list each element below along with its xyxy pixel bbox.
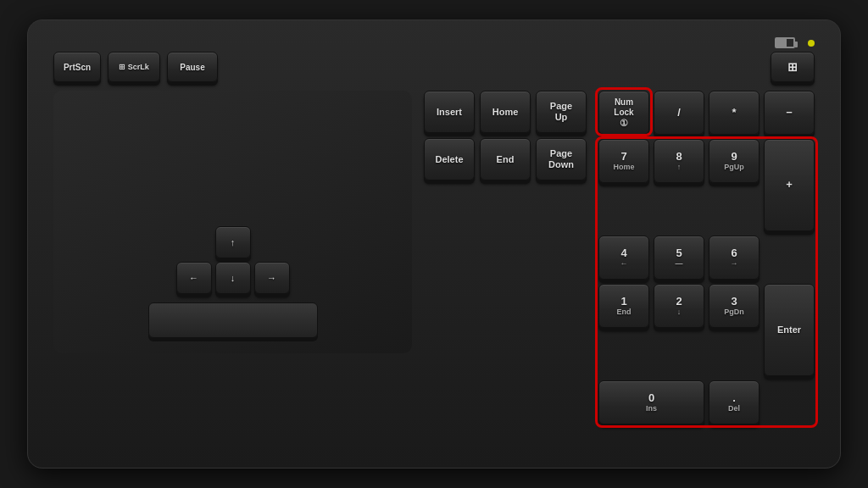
scrlk-key[interactable]: ⊞ ScrLk — [108, 52, 160, 82]
numpad-enter-key[interactable]: Enter — [764, 284, 815, 376]
numpad-3-key[interactable]: 3 PgDn — [709, 284, 760, 328]
end-key[interactable]: End — [480, 138, 531, 180]
alpha-block: ↑ ← ↓ → — [53, 91, 412, 353]
calc-key[interactable]: ⊞ — [771, 52, 815, 82]
numpad-dot-key[interactable]: . Del — [709, 380, 760, 424]
numpad-7-key[interactable]: 7 Home — [598, 139, 649, 183]
home-key[interactable]: Home — [480, 91, 531, 133]
numpad-5-key[interactable]: 5 — — [654, 236, 704, 280]
battery-fill — [776, 39, 787, 47]
pageup-key[interactable]: PageUp — [536, 91, 587, 133]
numpad-minus-key[interactable]: − — [764, 91, 815, 135]
delete-key[interactable]: Delete — [424, 138, 475, 180]
numpad-asterisk-key[interactable]: * — [709, 91, 760, 135]
nav-row-2: Delete End PageDown — [424, 138, 587, 180]
numpad-row-1: 7 Home 8 ↑ 9 PgUp + — [598, 139, 815, 231]
pause-key[interactable]: Pause — [167, 52, 218, 82]
numpad-6-key[interactable]: 6 → — [709, 236, 760, 280]
battery-body — [775, 37, 795, 48]
arrow-up-key[interactable]: ↑ — [215, 226, 251, 258]
pagedown-key[interactable]: PageDown — [536, 138, 587, 180]
full-layout: ↑ ← ↓ → Insert — [53, 91, 815, 424]
numpad-section: NumLock ① / * − 7 Home — [598, 91, 815, 424]
arrow-right-key[interactable]: → — [254, 262, 290, 294]
prtscn-key[interactable]: PrtScn — [53, 52, 101, 82]
nav-row-1: Insert Home PageUp — [424, 91, 587, 133]
numlock-key[interactable]: NumLock ① — [598, 91, 649, 135]
top-indicators — [53, 37, 815, 48]
keyboard-container: PrtScn ⊞ ScrLk Pause ⊞ ↑ — [27, 19, 841, 469]
numpad-slash-key[interactable]: / — [654, 91, 704, 135]
numpad-0-key[interactable]: 0 Ins — [598, 380, 704, 424]
numpad-plus-key[interactable]: + — [764, 139, 815, 231]
numpad-row-4: 0 Ins . Del — [598, 380, 815, 424]
numpad-row-0: NumLock ① / * − — [598, 91, 815, 135]
numpad-4-key[interactable]: 4 ← — [598, 236, 649, 280]
spacebar[interactable] — [148, 302, 318, 338]
arrow-down-key[interactable]: ↓ — [215, 262, 251, 294]
numpad-row-2: 4 ← 5 — 6 → — [598, 236, 815, 280]
top-fn-row: PrtScn ⊞ ScrLk Pause ⊞ — [53, 52, 815, 82]
numpad-9-key[interactable]: 9 PgUp — [709, 139, 760, 183]
arrow-left-key[interactable]: ← — [176, 262, 212, 294]
insert-key[interactable]: Insert — [424, 91, 475, 133]
battery-icon — [775, 37, 795, 48]
numpad-2-key[interactable]: 2 ↓ — [654, 284, 704, 328]
led-dot — [808, 40, 815, 47]
numpad-8-key[interactable]: 8 ↑ — [654, 139, 704, 183]
numpad-row-3: 1 End 2 ↓ 3 PgDn Enter — [598, 284, 815, 376]
numpad-1-key[interactable]: 1 End — [598, 284, 649, 328]
nav-section: Insert Home PageUp Delete End PageDown — [424, 91, 587, 236]
